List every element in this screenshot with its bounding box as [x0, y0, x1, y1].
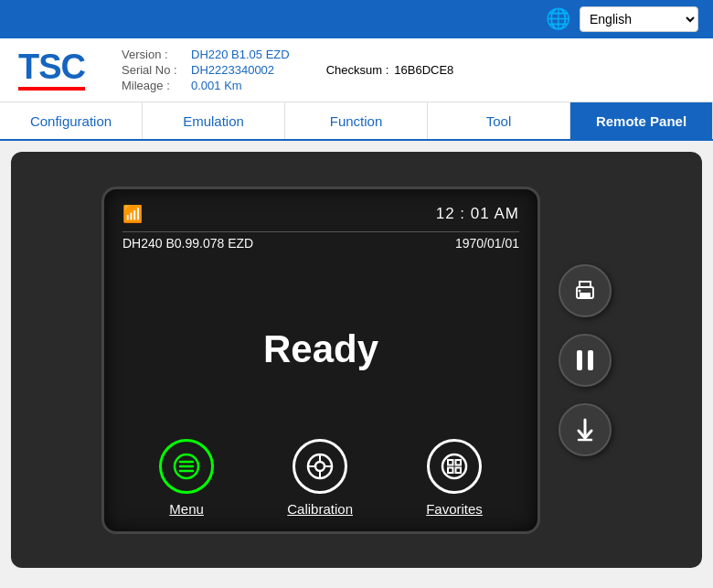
tsc-logo: TSC	[18, 49, 85, 91]
device-name: DH240 B0.99.078 EZD	[122, 236, 253, 251]
checksum-area: Checksum : 16B6DCE8	[326, 63, 454, 77]
screen-divider	[122, 231, 519, 232]
screen-subtitle-row: DH240 B0.99.078 EZD 1970/01/01	[122, 236, 519, 251]
svg-point-18	[579, 289, 581, 292]
menu-icon	[159, 439, 214, 494]
language-select[interactable]: English 中文 Español Deutsch Français	[580, 6, 698, 32]
screen-date: 1970/01/01	[455, 236, 519, 251]
nav-tabs: Configuration Emulation Function Tool Re…	[0, 102, 713, 141]
serial-label: Serial No :	[122, 63, 186, 77]
svg-rect-20	[588, 350, 593, 370]
logo-text: TSC	[18, 49, 85, 84]
svg-rect-17	[580, 293, 591, 298]
menu-button[interactable]: Menu	[159, 439, 214, 517]
svg-point-10	[442, 454, 466, 478]
favorites-icon	[427, 439, 482, 494]
favorites-label: Favorites	[426, 501, 483, 517]
svg-rect-12	[456, 460, 462, 465]
print-button[interactable]	[559, 264, 612, 317]
checksum-value: 16B6DCE8	[394, 63, 453, 77]
device-container: 📶 12 : 01 AM DH240 B0.99.078 EZD 1970/01…	[101, 187, 612, 534]
ready-status: Ready	[122, 269, 519, 430]
svg-rect-13	[448, 467, 453, 473]
mileage-value: 0.001 Km	[191, 79, 242, 92]
tab-configuration[interactable]: Configuration	[0, 102, 143, 139]
version-value: DH220 B1.05 EZD	[191, 48, 290, 61]
pause-button[interactable]	[559, 334, 612, 387]
time-display: 12 : 01 AM	[436, 205, 519, 223]
globe-icon: 🌐	[546, 7, 570, 31]
screen-top-bar: 📶 12 : 01 AM	[122, 204, 519, 224]
version-label: Version :	[122, 48, 186, 61]
tab-remote-panel[interactable]: Remote Panel	[570, 102, 713, 139]
svg-point-5	[315, 462, 325, 471]
mileage-label: Mileage :	[122, 79, 186, 92]
svg-rect-16	[580, 282, 591, 287]
screen-buttons: Menu Calibration	[122, 430, 519, 517]
menu-label: Menu	[169, 501, 204, 517]
feed-button[interactable]	[559, 403, 612, 456]
tab-function[interactable]: Function	[285, 102, 428, 139]
checksum-label: Checksum :	[326, 63, 389, 77]
top-bar: 🌐 English 中文 Español Deutsch Français	[0, 0, 713, 38]
lcd-screen: 📶 12 : 01 AM DH240 B0.99.078 EZD 1970/01…	[101, 187, 540, 534]
logo-underline	[18, 87, 85, 91]
tab-emulation[interactable]: Emulation	[143, 102, 285, 139]
main-content: 📶 12 : 01 AM DH240 B0.99.078 EZD 1970/01…	[11, 152, 702, 568]
svg-rect-14	[456, 467, 462, 473]
svg-rect-19	[577, 350, 582, 370]
side-buttons	[559, 264, 612, 456]
wifi-icon: 📶	[122, 204, 143, 224]
calibration-label: Calibration	[287, 501, 353, 517]
serial-value: DH2223340002	[191, 63, 274, 77]
header: TSC Version : DH220 B1.05 EZD Serial No …	[0, 38, 713, 102]
device-info: Version : DH220 B1.05 EZD Serial No : DH…	[122, 48, 290, 92]
calibration-button[interactable]: Calibration	[287, 439, 353, 517]
calibration-icon	[293, 439, 347, 494]
tab-tool[interactable]: Tool	[428, 102, 570, 139]
favorites-button[interactable]: Favorites	[426, 439, 483, 517]
svg-rect-11	[448, 460, 453, 465]
